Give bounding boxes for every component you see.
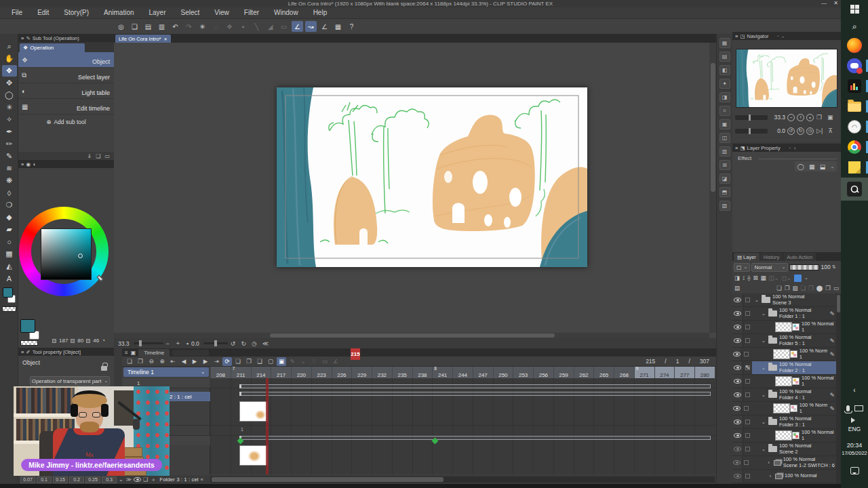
search-icon[interactable]: ⌕ — [841, 18, 868, 35]
layer-row[interactable]: ✎ ⌄ 100 % Normal Folder 2 : 1 — [732, 361, 836, 375]
rotate-cw-icon[interactable]: ↻ — [241, 340, 246, 347]
pencil-tool[interactable]: ✏ — [2, 138, 17, 150]
transfer-icon[interactable]: ❏ — [801, 285, 806, 291]
onion-value-cell[interactable]: 0.2 — [69, 476, 84, 483]
text-tool[interactable]: A — [2, 272, 17, 284]
collapsed-palette-icon[interactable]: ◪ — [719, 174, 730, 184]
timeline-ruler[interactable]: 208 7 211 214 217 — [210, 367, 715, 378]
timeline-tab[interactable]: Timeline — [138, 349, 170, 357]
collapse-left-icon[interactable]: « — [201, 476, 203, 483]
rotate-reset-icon[interactable]: ◷ — [806, 127, 814, 135]
panel-menu-icon[interactable]: ≡ — [735, 145, 738, 151]
secondary-tab[interactable] — [172, 350, 209, 356]
prev-frame-icon[interactable]: ◀ — [179, 357, 189, 366]
onion-next-icon[interactable]: ❐ — [244, 357, 254, 366]
collapsed-palette-icon[interactable]: ⌗ — [719, 106, 730, 116]
operation-tool[interactable]: ❖ — [2, 65, 17, 77]
menu-item[interactable]: Select — [174, 7, 208, 18]
menu-item[interactable]: Animation — [96, 7, 141, 18]
mask-area-icon[interactable]: ◻⌄ — [782, 274, 791, 281]
onion-value-cell[interactable]: 0.3 — [102, 476, 117, 483]
deselect-icon[interactable]: ◌ — [210, 21, 222, 32]
history-tab-icon[interactable]: ◔ — [788, 145, 791, 151]
color-dialog-icon[interactable]: ◔ — [102, 338, 105, 344]
hand-tool[interactable]: ✋ — [2, 53, 17, 64]
onion-value-cell[interactable]: 0.15 — [53, 476, 68, 483]
csp-logo-icon[interactable]: ◎ — [115, 21, 127, 32]
discord-icon[interactable] — [841, 56, 868, 76]
redo-icon[interactable]: ↷ — [183, 21, 195, 32]
pen-tool[interactable]: ✒ — [2, 126, 17, 138]
double-chevron-icon[interactable]: ≫ — [126, 476, 132, 483]
layer-row[interactable]: 100 % Norm 1 ✎ — [732, 348, 836, 361]
open-file-icon[interactable]: ▤ — [142, 21, 154, 32]
layer-row[interactable]: 100 % Normal 1 — [732, 429, 836, 443]
onion-value-cell[interactable]: 0.25 — [85, 476, 100, 483]
collapsed-palette-icon[interactable]: ✦ — [719, 79, 730, 89]
rotate-ccw-icon[interactable]: ↺ — [787, 127, 795, 135]
fit-screen-icon[interactable]: ▣ — [827, 114, 833, 121]
zoom-out-icon[interactable]: ⊖ — [146, 357, 156, 366]
lock-transparent-icon[interactable]: ▦ — [761, 274, 766, 281]
clock-date[interactable]: 17/05/2022 — [841, 450, 868, 456]
collapsed-palette-icon[interactable]: ▥ — [719, 146, 730, 157]
subview-tab-icon[interactable]: ◔ — [776, 33, 780, 39]
keyframe-menu-icon[interactable]: ⌄ — [298, 357, 308, 366]
play-icon[interactable]: ▶ — [190, 357, 199, 366]
loop-icon[interactable]: ⟳ — [222, 357, 232, 366]
chevron-down-icon[interactable]: ⌄ — [830, 164, 834, 169]
tab-layer[interactable]: ▤Layer — [734, 253, 760, 261]
new-vector-layer-icon[interactable]: ❐ — [785, 285, 790, 291]
mask-circle-icon[interactable]: ⬤ — [816, 285, 823, 291]
tab-auto-action[interactable]: Auto Action — [783, 253, 816, 261]
layer-row[interactable]: ⌄ 100 % Normal Folder 4 : 1 ✎ — [732, 388, 836, 402]
panel-menu-icon[interactable]: ≡ — [125, 350, 128, 356]
airbrush-tool[interactable]: ≋ — [2, 163, 17, 174]
flip-vertical-icon[interactable]: ⊼ — [828, 127, 833, 134]
crop-icon[interactable]: ▫ — [237, 21, 249, 32]
selection-tool[interactable]: ◯ — [2, 89, 17, 101]
clip-bar[interactable] — [239, 436, 711, 440]
expander-icon[interactable]: ⌄ — [761, 392, 766, 398]
combine-icon[interactable]: ❐ — [808, 285, 814, 291]
transparent-swatch[interactable] — [20, 340, 38, 346]
clock-time[interactable]: 20:34 — [841, 442, 868, 449]
transparent-part-dropdown[interactable]: Operation of transparent part⌄ — [30, 376, 110, 386]
eraser-tool[interactable]: ◊ — [2, 187, 17, 199]
canvas-viewport[interactable] — [114, 43, 709, 333]
brush-tool[interactable]: ✎ — [2, 150, 17, 162]
processing-icon[interactable]: ✳ — [197, 21, 208, 32]
menu-item[interactable]: Edit — [30, 7, 56, 18]
expander-icon[interactable]: ⌄ — [761, 311, 766, 317]
layer-row[interactable]: ⌄ 100 % Normal Folder 1 : 1 ✎ — [732, 307, 836, 321]
reset-rotation-icon[interactable]: ◷ — [252, 340, 257, 347]
move-layer-tool[interactable]: ✥ — [2, 77, 17, 89]
panel-menu-icon[interactable]: ≡ — [21, 35, 24, 41]
layer-list-scrollbar[interactable] — [836, 293, 841, 484]
canvas-vertical-scrollbar[interactable] — [709, 43, 716, 333]
nav-rotate-slider[interactable] — [735, 129, 768, 134]
zoom-out-icon[interactable]: − — [787, 114, 795, 121]
rotate-ccw-icon[interactable]: ↺ — [231, 340, 236, 347]
layer-row[interactable]: 100 % Norm 1 ✎ — [732, 402, 836, 415]
frame-icon[interactable]: ❒ — [825, 285, 831, 291]
onion-prev-icon[interactable]: ❏ — [233, 357, 243, 366]
add-subtool-button[interactable]: ⊕Add sub tool — [18, 115, 114, 129]
clip-bar[interactable] — [239, 384, 711, 388]
panel-icon[interactable]: ❏ — [143, 476, 148, 483]
panel-menu-icon[interactable]: ≡ — [21, 161, 24, 167]
expander-icon[interactable]: ⌄ — [761, 365, 766, 371]
layer-row[interactable]: 100 % Normal 1 — [732, 321, 836, 334]
enable-keyframe-icon[interactable]: ▣ — [277, 357, 286, 366]
layer-row[interactable]: ⌄ 100 % Normal Scene 3 — [732, 293, 836, 307]
visibility-eye-icon[interactable] — [134, 477, 141, 482]
keyframe-pen-icon[interactable]: ✎ — [288, 357, 297, 366]
zoom-in-icon[interactable]: ⊕ — [157, 357, 167, 366]
canvas-horizontal-scrollbar[interactable] — [114, 333, 709, 338]
collapse-icon[interactable]: ≪ — [262, 340, 269, 347]
timeline-settings-icon[interactable]: ❐ — [136, 357, 145, 366]
zoom-in-icon[interactable]: ＋ — [797, 114, 804, 121]
angle-icon[interactable]: ∠ — [331, 357, 340, 366]
new-layer-icon[interactable]: ❏ — [776, 285, 782, 291]
tray-devices[interactable] — [841, 402, 868, 414]
